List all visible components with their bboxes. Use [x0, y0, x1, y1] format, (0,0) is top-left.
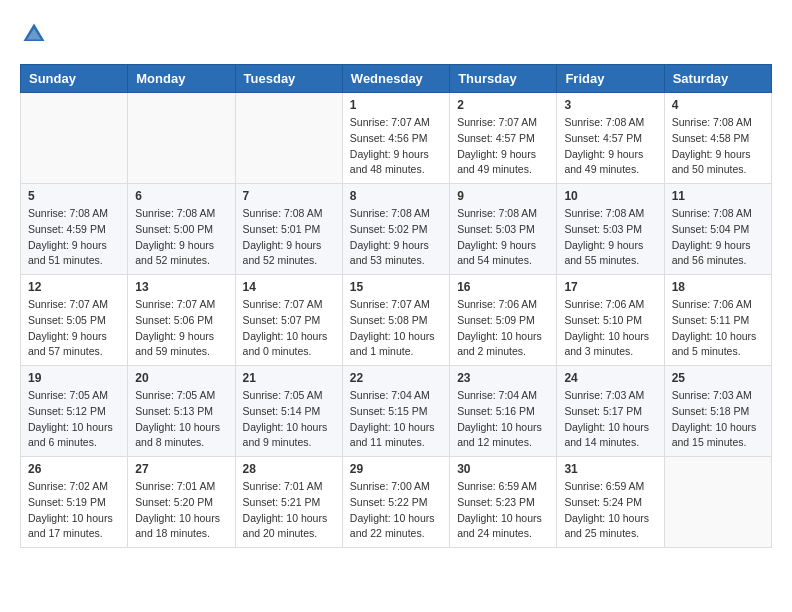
day-info: Sunrise: 7:05 AM Sunset: 5:12 PM Dayligh… [28, 388, 120, 451]
column-header-thursday: Thursday [450, 65, 557, 93]
calendar-cell: 21Sunrise: 7:05 AM Sunset: 5:14 PM Dayli… [235, 366, 342, 457]
column-header-friday: Friday [557, 65, 664, 93]
column-header-tuesday: Tuesday [235, 65, 342, 93]
day-info: Sunrise: 7:04 AM Sunset: 5:15 PM Dayligh… [350, 388, 442, 451]
day-number: 1 [350, 98, 442, 112]
calendar-week-row: 26Sunrise: 7:02 AM Sunset: 5:19 PM Dayli… [21, 457, 772, 548]
day-info: Sunrise: 7:08 AM Sunset: 4:58 PM Dayligh… [672, 115, 764, 178]
calendar-week-row: 12Sunrise: 7:07 AM Sunset: 5:05 PM Dayli… [21, 275, 772, 366]
day-number: 23 [457, 371, 549, 385]
day-info: Sunrise: 7:08 AM Sunset: 5:03 PM Dayligh… [457, 206, 549, 269]
calendar-cell: 26Sunrise: 7:02 AM Sunset: 5:19 PM Dayli… [21, 457, 128, 548]
column-header-saturday: Saturday [664, 65, 771, 93]
calendar-cell: 22Sunrise: 7:04 AM Sunset: 5:15 PM Dayli… [342, 366, 449, 457]
day-info: Sunrise: 7:05 AM Sunset: 5:13 PM Dayligh… [135, 388, 227, 451]
calendar-cell: 29Sunrise: 7:00 AM Sunset: 5:22 PM Dayli… [342, 457, 449, 548]
calendar-cell: 14Sunrise: 7:07 AM Sunset: 5:07 PM Dayli… [235, 275, 342, 366]
calendar-week-row: 1Sunrise: 7:07 AM Sunset: 4:56 PM Daylig… [21, 93, 772, 184]
calendar-cell: 25Sunrise: 7:03 AM Sunset: 5:18 PM Dayli… [664, 366, 771, 457]
calendar-cell: 30Sunrise: 6:59 AM Sunset: 5:23 PM Dayli… [450, 457, 557, 548]
day-info: Sunrise: 7:06 AM Sunset: 5:11 PM Dayligh… [672, 297, 764, 360]
calendar-cell [664, 457, 771, 548]
day-info: Sunrise: 7:01 AM Sunset: 5:21 PM Dayligh… [243, 479, 335, 542]
calendar-cell: 5Sunrise: 7:08 AM Sunset: 4:59 PM Daylig… [21, 184, 128, 275]
day-info: Sunrise: 7:08 AM Sunset: 4:59 PM Dayligh… [28, 206, 120, 269]
day-number: 3 [564, 98, 656, 112]
day-info: Sunrise: 6:59 AM Sunset: 5:24 PM Dayligh… [564, 479, 656, 542]
calendar-week-row: 5Sunrise: 7:08 AM Sunset: 4:59 PM Daylig… [21, 184, 772, 275]
day-number: 26 [28, 462, 120, 476]
day-number: 30 [457, 462, 549, 476]
calendar-cell: 7Sunrise: 7:08 AM Sunset: 5:01 PM Daylig… [235, 184, 342, 275]
day-number: 6 [135, 189, 227, 203]
calendar-cell: 17Sunrise: 7:06 AM Sunset: 5:10 PM Dayli… [557, 275, 664, 366]
day-info: Sunrise: 6:59 AM Sunset: 5:23 PM Dayligh… [457, 479, 549, 542]
calendar-cell: 28Sunrise: 7:01 AM Sunset: 5:21 PM Dayli… [235, 457, 342, 548]
day-info: Sunrise: 7:03 AM Sunset: 5:17 PM Dayligh… [564, 388, 656, 451]
calendar-cell: 2Sunrise: 7:07 AM Sunset: 4:57 PM Daylig… [450, 93, 557, 184]
calendar-cell: 13Sunrise: 7:07 AM Sunset: 5:06 PM Dayli… [128, 275, 235, 366]
day-number: 24 [564, 371, 656, 385]
day-info: Sunrise: 7:07 AM Sunset: 5:08 PM Dayligh… [350, 297, 442, 360]
column-header-monday: Monday [128, 65, 235, 93]
calendar-cell: 3Sunrise: 7:08 AM Sunset: 4:57 PM Daylig… [557, 93, 664, 184]
calendar-week-row: 19Sunrise: 7:05 AM Sunset: 5:12 PM Dayli… [21, 366, 772, 457]
calendar-cell [128, 93, 235, 184]
day-number: 28 [243, 462, 335, 476]
day-number: 10 [564, 189, 656, 203]
calendar-header-row: SundayMondayTuesdayWednesdayThursdayFrid… [21, 65, 772, 93]
calendar-cell: 12Sunrise: 7:07 AM Sunset: 5:05 PM Dayli… [21, 275, 128, 366]
day-info: Sunrise: 7:08 AM Sunset: 5:04 PM Dayligh… [672, 206, 764, 269]
day-number: 20 [135, 371, 227, 385]
day-info: Sunrise: 7:08 AM Sunset: 5:01 PM Dayligh… [243, 206, 335, 269]
day-number: 19 [28, 371, 120, 385]
day-info: Sunrise: 7:08 AM Sunset: 5:03 PM Dayligh… [564, 206, 656, 269]
calendar-cell: 1Sunrise: 7:07 AM Sunset: 4:56 PM Daylig… [342, 93, 449, 184]
day-number: 8 [350, 189, 442, 203]
day-number: 21 [243, 371, 335, 385]
day-number: 7 [243, 189, 335, 203]
calendar-cell [21, 93, 128, 184]
calendar-cell: 20Sunrise: 7:05 AM Sunset: 5:13 PM Dayli… [128, 366, 235, 457]
calendar-cell [235, 93, 342, 184]
calendar-cell: 23Sunrise: 7:04 AM Sunset: 5:16 PM Dayli… [450, 366, 557, 457]
day-number: 31 [564, 462, 656, 476]
day-info: Sunrise: 7:00 AM Sunset: 5:22 PM Dayligh… [350, 479, 442, 542]
day-number: 12 [28, 280, 120, 294]
calendar-cell: 9Sunrise: 7:08 AM Sunset: 5:03 PM Daylig… [450, 184, 557, 275]
calendar-cell: 15Sunrise: 7:07 AM Sunset: 5:08 PM Dayli… [342, 275, 449, 366]
day-number: 2 [457, 98, 549, 112]
day-number: 11 [672, 189, 764, 203]
calendar-cell: 10Sunrise: 7:08 AM Sunset: 5:03 PM Dayli… [557, 184, 664, 275]
day-info: Sunrise: 7:07 AM Sunset: 4:56 PM Dayligh… [350, 115, 442, 178]
calendar-cell: 19Sunrise: 7:05 AM Sunset: 5:12 PM Dayli… [21, 366, 128, 457]
calendar-cell: 16Sunrise: 7:06 AM Sunset: 5:09 PM Dayli… [450, 275, 557, 366]
logo-icon [20, 20, 48, 48]
calendar-cell: 31Sunrise: 6:59 AM Sunset: 5:24 PM Dayli… [557, 457, 664, 548]
day-info: Sunrise: 7:02 AM Sunset: 5:19 PM Dayligh… [28, 479, 120, 542]
day-info: Sunrise: 7:08 AM Sunset: 5:02 PM Dayligh… [350, 206, 442, 269]
logo [20, 20, 52, 48]
day-number: 13 [135, 280, 227, 294]
day-number: 25 [672, 371, 764, 385]
day-info: Sunrise: 7:01 AM Sunset: 5:20 PM Dayligh… [135, 479, 227, 542]
day-number: 29 [350, 462, 442, 476]
calendar-cell: 8Sunrise: 7:08 AM Sunset: 5:02 PM Daylig… [342, 184, 449, 275]
day-info: Sunrise: 7:07 AM Sunset: 5:06 PM Dayligh… [135, 297, 227, 360]
calendar-cell: 4Sunrise: 7:08 AM Sunset: 4:58 PM Daylig… [664, 93, 771, 184]
calendar-cell: 6Sunrise: 7:08 AM Sunset: 5:00 PM Daylig… [128, 184, 235, 275]
calendar-cell: 24Sunrise: 7:03 AM Sunset: 5:17 PM Dayli… [557, 366, 664, 457]
day-info: Sunrise: 7:06 AM Sunset: 5:10 PM Dayligh… [564, 297, 656, 360]
day-info: Sunrise: 7:04 AM Sunset: 5:16 PM Dayligh… [457, 388, 549, 451]
day-number: 18 [672, 280, 764, 294]
day-number: 15 [350, 280, 442, 294]
column-header-wednesday: Wednesday [342, 65, 449, 93]
day-info: Sunrise: 7:07 AM Sunset: 5:05 PM Dayligh… [28, 297, 120, 360]
day-number: 5 [28, 189, 120, 203]
day-info: Sunrise: 7:07 AM Sunset: 5:07 PM Dayligh… [243, 297, 335, 360]
day-info: Sunrise: 7:06 AM Sunset: 5:09 PM Dayligh… [457, 297, 549, 360]
day-number: 14 [243, 280, 335, 294]
day-number: 27 [135, 462, 227, 476]
day-info: Sunrise: 7:05 AM Sunset: 5:14 PM Dayligh… [243, 388, 335, 451]
day-info: Sunrise: 7:03 AM Sunset: 5:18 PM Dayligh… [672, 388, 764, 451]
